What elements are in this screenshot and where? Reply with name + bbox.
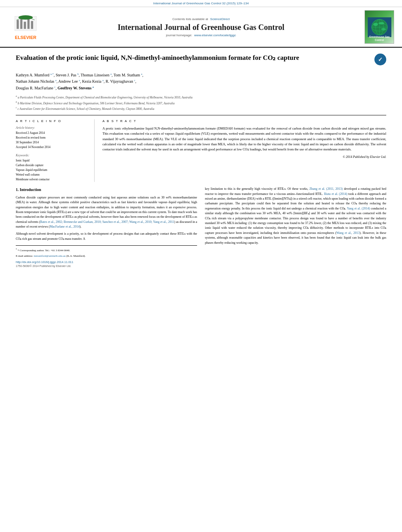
journal-name: International Journal of Greenhouse Gas … — [43, 22, 359, 32]
authors: Kathryn A. Mumford a,*, Steven J. Pas b,… — [16, 72, 386, 91]
elsevier-tree-icon — [12, 15, 39, 34]
keyword-1: Ionic liquid — [16, 158, 88, 163]
cover-graphic-icon — [368, 17, 391, 37]
article-title: Evaluation of the protic ionic liquid, N… — [16, 54, 367, 63]
svg-point-16 — [379, 22, 384, 24]
article-info-heading: A R T I C L E I N F O — [16, 119, 88, 123]
page: International Journal of Greenhouse Gas … — [0, 0, 402, 532]
crossmark-icon: ✓ — [374, 54, 386, 65]
journal-cover: Greenhouse Gas Control — [359, 10, 394, 44]
revised-label: Received in revised form — [16, 135, 88, 140]
article-title-section: Evaluation of the protic ionic liquid, N… — [16, 54, 386, 67]
article-info-column: A R T I C L E I N F O Article history: R… — [16, 119, 95, 182]
ref-link-yang[interactable]: Yang et al. (2014) — [347, 207, 370, 210]
homepage-label: journal homepage: — [166, 33, 192, 37]
keyword-4: Wetted wall column — [16, 172, 88, 177]
svg-rect-5 — [31, 21, 33, 29]
homepage-url[interactable]: www.elsevier.com/locate/ijggc — [194, 33, 236, 37]
sciencedirect-link[interactable]: ScienceDirect — [210, 17, 229, 21]
section1-left-text2: Although novel solvent development is a … — [16, 232, 197, 241]
svg-point-15 — [373, 23, 378, 26]
body-column-right: key limitation to this is the generally … — [205, 187, 386, 269]
contents-line: Contents lists available at ScienceDirec… — [43, 17, 359, 21]
body-section: 1. Introduction Carbon dioxide capture p… — [16, 187, 386, 269]
journal-title-area: Contents lists available at ScienceDirec… — [43, 17, 359, 37]
header-divider — [16, 115, 386, 115]
ref-link-macfarlane[interactable]: MacFarlane et al., 2014 — [50, 225, 80, 228]
footnote-corresponding: * * Corresponding author. Tel.: +61 3 83… — [16, 248, 197, 253]
history-label: Article history: — [16, 126, 88, 130]
ref-link-bates[interactable]: Bates et al., 2002; Brennecke and Gurkan… — [40, 220, 174, 224]
footer-section: * * Corresponding author. Tel.: +61 3 83… — [16, 245, 197, 269]
abstract-copyright: © 2014 Published by Elsevier Ltd. — [102, 155, 386, 159]
footnote-email: E-mail address: mmumford@unimelb.edu.au … — [16, 254, 197, 258]
received-date: Received 2 August 2014 — [16, 131, 88, 135]
journal-citation-bar: International Journal of Greenhouse Gas … — [0, 0, 402, 7]
svg-rect-4 — [28, 19, 30, 28]
article-history: Article history: Received 2 August 2014 … — [16, 126, 88, 150]
svg-rect-3 — [24, 22, 26, 29]
accepted-date: Accepted 14 November 2014 — [16, 145, 88, 150]
ref-link-wang2013[interactable]: Wang et al., 2013 — [336, 231, 359, 235]
cover-image: Greenhouse Gas Control — [365, 10, 394, 44]
elsevier-text: ELSEVIER — [15, 35, 36, 40]
affiliations: a a Particulate Fluids Processing Centre… — [16, 95, 386, 111]
svg-rect-2 — [20, 18, 22, 29]
abstract-column: A B S T R A C T A protic ionic ethylened… — [102, 119, 386, 182]
cover-title: Greenhouse Gas Control — [365, 35, 394, 42]
email-link[interactable]: mmumford@unimelb.edu.au — [34, 254, 66, 258]
affiliation-c: c c Australian Centre for Electromateria… — [16, 106, 386, 111]
keyword-3: Vapour–liquid equilibrium — [16, 168, 88, 172]
affiliation-a: a a Particulate Fluids Processing Centre… — [16, 95, 386, 100]
keywords-section: Keywords: Ionic liquid Carbon dioxide ca… — [16, 154, 88, 182]
ref-link-zhang[interactable]: Zhang et al. (2011, 2013) — [309, 187, 343, 191]
revised-date: 30 September 2014 — [16, 140, 88, 145]
section1-title: 1. Introduction — [16, 187, 197, 193]
crossmark-area: ✓ — [370, 54, 386, 65]
contents-label: Contents lists available at — [172, 17, 208, 21]
section1-left-text: Carbon dioxide capture processes are mos… — [16, 195, 197, 230]
svg-text:✓: ✓ — [378, 56, 383, 63]
issn-line: 1750-5836/© 2014 Published by Elsevier L… — [16, 264, 197, 269]
elsevier-logo: ELSEVIER — [8, 15, 43, 40]
journal-citation: International Journal of Greenhouse Gas … — [153, 2, 249, 5]
svg-point-17 — [381, 28, 386, 30]
abstract-text: A protic ionic ethylenediamine liquid N,… — [102, 126, 386, 152]
keywords-label: Keywords: — [16, 154, 88, 157]
crossmark-logo-icon: ✓ — [375, 54, 386, 65]
body-column-left: 1. Introduction Carbon dioxide capture p… — [16, 187, 197, 269]
abstract-heading: A B S T R A C T — [102, 119, 386, 123]
article-info-abstract: A R T I C L E I N F O Article history: R… — [16, 119, 386, 182]
journal-header: ELSEVIER Contents lists available at Sci… — [0, 7, 402, 48]
journal-homepage: journal homepage: www.elsevier.com/locat… — [43, 33, 359, 37]
ref-link-iliuta[interactable]: Iliuta et al. (2014) — [324, 192, 347, 196]
svg-rect-1 — [17, 20, 19, 29]
main-content: Evaluation of the protic ionic liquid, N… — [0, 48, 402, 274]
section1-right-text: key limitation to this is the generally … — [205, 187, 386, 245]
keyword-2: Carbon dioxide capture — [16, 163, 88, 168]
affiliation-b: b b Maritime Division, Defence Science a… — [16, 100, 386, 106]
author-geoffrey-stevens: Geoffrey W. Stevens a — [58, 86, 94, 90]
keyword-5: Membrane solvent contactor — [16, 177, 88, 182]
svg-point-6 — [19, 15, 33, 19]
doi-link[interactable]: http://dx.doi.org/10.1016/j.ijggc.2014.1… — [16, 260, 197, 265]
